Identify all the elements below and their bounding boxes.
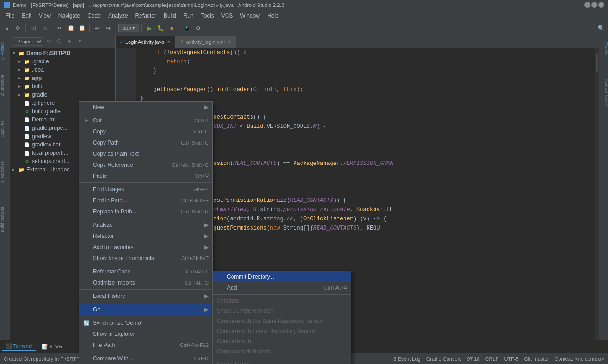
tree-item-gradle-hidden[interactable]: ▶ 📁 .gradle [10, 57, 115, 66]
toolbar-app-selector[interactable]: app ▾ [118, 24, 139, 32]
tree-item-demo[interactable]: ▼ 📁 Demo F:\SRTP\D [10, 49, 115, 57]
project-scope-selector[interactable]: Project [13, 37, 43, 46]
tree-item-idea[interactable]: ▶ 📁 .idea [10, 66, 115, 74]
cm-item-copy-plain[interactable]: Copy as Plain Text [79, 148, 212, 159]
panel-close-icon[interactable]: ✕ [75, 37, 84, 46]
cm-item-reformat[interactable]: Reformat Code Ctrl+Alt+L [79, 266, 212, 277]
tree-item-gradle[interactable]: ▶ 📁 gradle [10, 91, 115, 99]
cm-sep-4 [79, 265, 212, 265]
tree-item-app[interactable]: ▶ 📁 app [10, 74, 115, 82]
toolbar-sep-2 [52, 24, 52, 32]
side-tab-project[interactable]: 1: Project [0, 40, 10, 63]
toolbar-cut-btn[interactable]: ✂ [55, 23, 65, 33]
tab-close-xml[interactable]: ✕ [227, 39, 231, 44]
menu-run[interactable]: Run [180, 12, 197, 20]
cm-item-thumbnails[interactable]: Show Image Thumbnails Ctrl+Shift+T [79, 253, 212, 264]
cm-item-refactor[interactable]: Refactor ▶ [79, 231, 212, 242]
paste-icon [83, 172, 90, 180]
toolbar-back-btn[interactable]: ◁ [28, 23, 38, 33]
tab-login-activity[interactable]: J LoginActivity.java ✕ [116, 36, 176, 48]
status-gradle-console[interactable]: Gradle Console [426, 356, 461, 362]
cm-item-sync[interactable]: 🔄 Synchronize 'Demo' [79, 317, 212, 328]
project-panel-header: Project ⚙ ⬡ ▼ ✕ [10, 35, 115, 48]
cm-item-replace-path[interactable]: Replace in Path... Ctrl+Shift+R [79, 206, 212, 217]
menu-edit[interactable]: Edit [18, 12, 35, 20]
left-side-tabs: 1: Project 2: Structure Captures 2: Favo… [0, 35, 10, 340]
status-vcs[interactable]: Git: master [524, 356, 549, 362]
side-tab-captures[interactable]: Captures [0, 118, 10, 140]
toolbar-sep-6 [179, 24, 179, 32]
cm-item-file-path[interactable]: File Path Ctrl+Alt+F12 [79, 340, 212, 351]
toolbar-project-btn[interactable]: ≡ [2, 23, 12, 33]
status-crlf[interactable]: CRLF [485, 356, 499, 362]
menu-help[interactable]: Help [264, 12, 283, 20]
cm-item-new[interactable]: New ▶ [79, 102, 212, 113]
status-charset[interactable]: UTF-8 [504, 356, 518, 362]
cm-item-paste[interactable]: Paste Ctrl+V [79, 170, 212, 182]
side-tab-favorites[interactable]: 2: Favorites [0, 158, 10, 186]
toolbar-avd-btn[interactable]: 📱 [182, 23, 192, 33]
cm-item-compare[interactable]: Compare With... Ctrl+D [79, 353, 212, 364]
file-path-icon [83, 341, 90, 349]
cm-item-cut[interactable]: ✂ Cut Ctrl+X [79, 115, 212, 126]
cm-item-copy-ref[interactable]: Copy Reference Ctrl+Alt+Shift+C [79, 159, 212, 170]
bottom-tab-ver[interactable]: 📝 9: Ver [38, 343, 67, 351]
scroll-thumb[interactable] [596, 54, 598, 72]
tree-item-build[interactable]: ▶ 📁 build [10, 82, 115, 91]
git-sub-commit-dir[interactable]: Commit Directory... [213, 271, 351, 282]
cm-item-find-path[interactable]: Find in Path... Ctrl+Shift+F [79, 195, 212, 206]
menu-file[interactable]: File [2, 12, 18, 20]
toolbar-debug-btn[interactable]: 🐛 [155, 23, 166, 33]
toolbar-stop-btn[interactable]: ■ [166, 23, 177, 33]
status-context: Context: <no context> [554, 356, 604, 362]
toolbar-copy-btn[interactable]: 📋 [66, 23, 76, 33]
panel-scroll-icon[interactable]: ⬡ [55, 37, 63, 46]
git-sub-add[interactable]: Add Ctrl+Alt+A [213, 282, 351, 293]
side-tab-android-model[interactable]: Android Model [599, 76, 608, 109]
status-event-log[interactable]: 3 Event Log [393, 356, 421, 362]
cm-item-analyze[interactable]: Analyze ▶ [79, 219, 212, 231]
menu-window[interactable]: Window [236, 12, 264, 20]
menu-analyze[interactable]: Analyze [104, 12, 132, 20]
toolbar-run-btn[interactable]: ▶ [144, 23, 154, 33]
find-usages-icon [83, 186, 90, 193]
scroll-indicator[interactable] [595, 48, 599, 340]
cm-item-git[interactable]: Git ▶ [79, 304, 212, 315]
bottom-tab-terminal[interactable]: ⬛ Terminal [2, 342, 36, 351]
toolbar-redo-btn[interactable]: ↪ [103, 23, 113, 33]
toolbar-undo-btn[interactable]: ↩ [92, 23, 102, 33]
menu-view[interactable]: View [35, 12, 55, 20]
toolbar-paste-btn[interactable]: 📋 [77, 23, 87, 33]
side-tab-structure[interactable]: 2: Structure [0, 72, 10, 99]
close-button[interactable]: ✕ [598, 2, 604, 8]
cm-item-optimize[interactable]: Optimize Imports Ctrl+Alt+O [79, 277, 212, 288]
cm-item-add-favorites[interactable]: Add to Favorites ▶ [79, 242, 212, 253]
git-sub-sep-1 [213, 294, 351, 295]
toolbar-forward-btn[interactable]: ▷ [39, 23, 49, 33]
maximize-button[interactable]: □ [591, 2, 597, 8]
copy-ref-icon [83, 161, 90, 169]
panel-expand-icon[interactable]: ▼ [65, 37, 74, 46]
toolbar-search-btn[interactable]: 🔍 [596, 23, 606, 33]
cm-item-find-usages[interactable]: Find Usages Alt+F7 [79, 184, 212, 195]
cm-item-local-history[interactable]: Local History ▶ [79, 291, 212, 302]
minimize-button[interactable]: ─ [584, 2, 590, 8]
tab-activity-login-xml[interactable]: X activity_login.xml ✕ [176, 36, 236, 48]
panel-gear-icon[interactable]: ⚙ [45, 37, 53, 46]
toolbar-sync-btn[interactable]: ⟳ [13, 23, 23, 33]
cm-item-copy-path[interactable]: Copy Path Ctrl+Shift+C [79, 137, 212, 148]
menu-navigate[interactable]: Navigate [55, 12, 84, 20]
side-tab-gradle[interactable]: Gradle [599, 40, 608, 58]
cm-item-explorer[interactable]: Show in Explorer [79, 328, 212, 340]
menu-build[interactable]: Build [160, 12, 180, 20]
side-tab-build-variants[interactable]: Build Variants [0, 204, 10, 235]
toolbar-sdk-btn[interactable]: ⚙ [193, 23, 203, 33]
status-position[interactable]: 97:18 [467, 356, 480, 362]
menu-vcs[interactable]: VCS [218, 12, 237, 20]
tab-close-login[interactable]: ✕ [167, 39, 171, 44]
menu-refactor[interactable]: Refactor [132, 12, 160, 20]
menu-tools[interactable]: Tools [197, 12, 218, 20]
menu-code[interactable]: Code [84, 12, 104, 20]
toolbar-sep-3 [89, 24, 90, 32]
cm-item-copy[interactable]: Copy Ctrl+C [79, 126, 212, 137]
